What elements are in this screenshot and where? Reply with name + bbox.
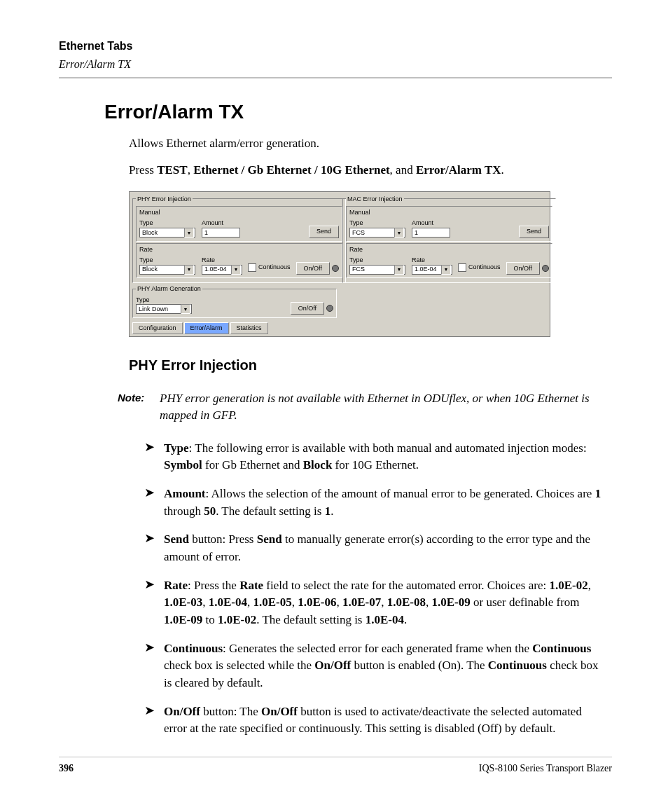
tab-error-alarm[interactable]: Error/Alarm [184,322,229,334]
phy-manual-amount-input[interactable]: 1 [202,228,240,238]
mac-rate-rate-select[interactable]: 1.0E-04 ▼ [412,265,452,275]
bullet-continuous: ➤ Continuous: Generates the selected err… [144,640,605,692]
phy-alarm-type-label: Type [136,296,195,305]
kw: 50 [204,504,216,518]
txt: . The default setting is [216,504,325,518]
phy-manual-send-button[interactable]: Send [309,226,339,238]
bullet-rate: ➤ Rate: Press the Rate field to select t… [144,577,605,629]
phy-column: PHY Error Injection Manual Type Block ▼ [130,192,340,322]
phy-rate-rate-select[interactable]: 1.0E-04 ▼ [202,265,242,275]
mac-manual-type-label: Type [349,219,409,228]
mac-manual-amount-input[interactable]: 1 [412,228,450,238]
mac-manual-legend: Manual [349,208,549,217]
phy-rate-group: Rate Type Block ▼ Rate [136,243,342,279]
txt: button is enabled (On). The [351,659,488,672]
header-title: Ethernet Tabs [59,39,612,54]
kw: Block [303,458,333,472]
chevron-down-icon: ▼ [184,228,194,238]
nav-step-1: TEST [157,163,187,177]
nav-sep-2: , and [390,163,416,177]
txt: : The following error is available with … [189,441,587,455]
mac-manual-type-select[interactable]: FCS ▼ [349,228,405,238]
phy-manual-type-label: Type [139,219,199,228]
phy-rate-continuous-label: Continuous [258,263,291,272]
nav-step-3: Error/Alarm TX [416,163,501,177]
header-rule [59,77,612,78]
note-block: Note: PHY error generation is not availa… [118,390,612,425]
kw: 1.0E-03 [164,596,202,609]
checkbox-box-icon [248,263,256,272]
kw: Send [164,532,189,546]
chevron-down-icon: ▼ [441,265,451,275]
nav-prefix: Press [129,163,157,177]
kw: Send [257,532,282,546]
mac-error-injection-legend: MAC Error Injection [346,195,404,204]
kw: Amount [164,487,206,500]
phy-rate-type-label: Type [139,256,199,265]
txt: , [381,596,387,609]
txt: : Press the [188,579,239,592]
txt: button: The [200,705,261,718]
chevron-down-icon: ▼ [184,265,194,275]
kw: On/Off [314,659,351,672]
mac-manual-group: Manual Type FCS ▼ Amount [346,206,552,242]
mac-error-injection-group: MAC Error Injection Manual Type FCS ▼ [342,195,556,284]
kw: On/Off [261,705,298,718]
kw: 1 [595,487,601,500]
txt: button: Press [189,532,257,546]
kw: 1.0E-09 [432,596,471,609]
mac-rate-type-select[interactable]: FCS ▼ [349,265,405,275]
phy-error-injection-group: PHY Error Injection Manual Type Block ▼ [132,195,346,284]
kw: 1.0E-02 [218,613,256,626]
mac-rate-onoff-button[interactable]: On/Off [506,262,540,275]
bullet-arrow-icon: ➤ [144,440,164,474]
mac-manual-type-value: FCS [352,228,365,238]
phy-alarm-onoff-button[interactable]: On/Off [291,302,324,315]
ui-screenshot-panel: PHY Error Injection Manual Type Block ▼ [129,191,550,337]
txt: , [426,596,432,609]
bullet-send: ➤ Send button: Press Send to manually ge… [144,531,605,565]
mac-rate-type-label: Type [349,256,409,265]
bullet-arrow-icon: ➤ [144,577,164,629]
phy-rate-type-value: Block [142,265,158,274]
phy-alarm-type-select[interactable]: Link Down ▼ [136,304,192,314]
phy-manual-type-select[interactable]: Block ▼ [139,228,195,238]
status-led-icon [332,265,339,272]
navigation-path: Press TEST, Ethernet / Gb Ehternet / 10G… [129,162,612,179]
phy-alarm-type-value: Link Down [139,305,168,314]
mac-manual-amount-label: Amount [412,219,457,228]
page: Ethernet Tabs Error/Alarm TX Error/Alarm… [0,0,668,812]
phy-rate-continuous-checkbox[interactable]: Continuous [248,263,291,272]
mac-column: MAC Error Injection Manual Type FCS ▼ [340,192,550,322]
txt: for 10G Ethernet. [332,458,419,472]
mac-manual-send-button[interactable]: Send [519,226,549,238]
tab-configuration[interactable]: Configuration [132,322,183,334]
phy-rate-type-select[interactable]: Block ▼ [139,265,195,275]
phy-alarm-generation-legend: PHY Alarm Generation [136,284,202,294]
phy-manual-type-value: Block [142,228,158,238]
tab-statistics[interactable]: Statistics [230,322,268,334]
txt: to [202,613,218,626]
nav-step-2: Ethernet / Gb Ehternet / 10G Ethernet [193,163,389,177]
mac-rate-legend: Rate [349,245,549,254]
kw: Continuous [488,659,547,672]
bullet-onoff: ➤ On/Off button: The On/Off button is us… [144,703,605,738]
txt: for Gb Ethernet and [202,458,303,472]
status-led-icon [326,305,333,312]
phy-manual-amount-label: Amount [202,219,247,228]
shot-tab-bar: Configuration Error/Alarm Statistics [130,322,550,336]
kw: On/Off [164,705,200,718]
mac-rate-continuous-checkbox[interactable]: Continuous [458,263,501,272]
mac-rate-rate-label: Rate [412,256,455,265]
txt: , [292,596,298,609]
phy-rate-onoff-button[interactable]: On/Off [296,262,330,275]
kw: 1.0E-04 [366,613,404,626]
section-heading: Error/Alarm TX [104,98,612,125]
kw: Continuous [164,642,223,655]
kw: Continuous [532,642,591,655]
kw: 1.0E-02 [549,579,587,592]
phy-alarm-generation-group: PHY Alarm Generation Type Link Down ▼ On… [132,284,337,318]
phy-manual-group: Manual Type Block ▼ Amount [136,206,342,242]
bullet-amount: ➤ Amount: Allows the selection of the am… [144,486,605,520]
kw: 1.0E-06 [298,596,336,609]
